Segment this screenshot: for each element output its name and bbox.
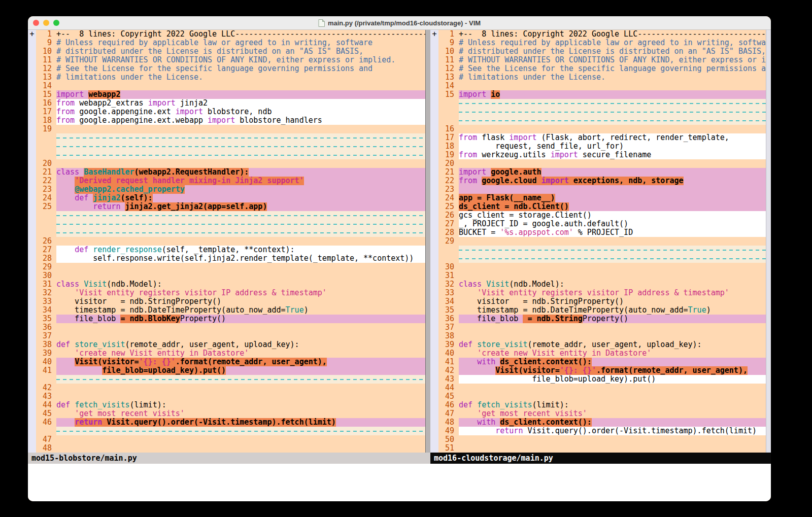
code-line[interactable]: 14 (438, 82, 766, 90)
diff-filler-line[interactable] (36, 220, 425, 228)
code-line[interactable]: 13# limitations under the License. (438, 73, 766, 82)
code-line[interactable]: 37 (36, 332, 425, 340)
code-line[interactable]: 33 visitor = ndb.StringProperty() (36, 297, 425, 306)
code-line[interactable]: 15import webapp2 (36, 90, 425, 99)
code-line[interactable]: 1+-- 8 lines: Copyright 2022 Google LLC-… (36, 30, 425, 39)
code-line[interactable]: 24app = Flask(__name__) (438, 194, 766, 202)
code-line[interactable]: 48 with ds_client.context(): (438, 418, 766, 427)
code-line[interactable]: 21import google.auth (438, 168, 766, 177)
code-line[interactable]: 39def store_visit(remote_addr, user_agen… (438, 340, 766, 349)
diff-filler-line[interactable] (36, 211, 425, 220)
code-line[interactable]: 50 (438, 435, 766, 444)
code-line[interactable]: 20 (36, 159, 425, 168)
code-line[interactable]: 45 'get most recent visits' (36, 409, 425, 418)
diff-filler-line[interactable] (36, 151, 425, 159)
code-line[interactable]: 23 @webapp2.cached_property (36, 185, 425, 194)
code-line[interactable]: 12# See the License for the specific lan… (36, 64, 425, 73)
code-line[interactable]: 47 (36, 435, 425, 444)
left-pane-scrollbar[interactable] (425, 30, 430, 453)
code-line[interactable]: 36 (36, 323, 425, 332)
code-line[interactable]: 16 (438, 125, 766, 133)
code-line[interactable]: 22 'Derived request handler mixing-in Ji… (36, 177, 425, 185)
code-line[interactable]: 31class Visit(ndb.Model): (36, 280, 425, 289)
code-line[interactable]: 27 def render_response(self, _template, … (36, 246, 425, 254)
code-line[interactable]: 17from flask import (Flask, abort, redir… (438, 133, 766, 142)
code-line[interactable]: 23 (438, 185, 766, 194)
code-line[interactable]: 19from werkzeug.utils import secure_file… (438, 151, 766, 159)
code-line[interactable]: 39 'create new Visit entity in Datastore… (36, 349, 425, 358)
code-line[interactable]: 20 (438, 159, 766, 168)
code-line[interactable]: 41 with ds_client.context(): (438, 358, 766, 366)
code-line[interactable]: 12# See the License for the specific lan… (438, 64, 766, 73)
code-line[interactable]: 49 return Visit.query().order(-Visit.tim… (438, 427, 766, 435)
code-line[interactable]: 33 'Visit entity registers visitor IP ad… (438, 289, 766, 297)
fold-column-left[interactable]: + (28, 30, 36, 453)
code-line[interactable]: 15import io (438, 90, 766, 99)
code-line[interactable]: 44def fetch_visits(limit): (36, 401, 425, 409)
code-line[interactable]: 22from google.cloud import exceptions, n… (438, 177, 766, 185)
code-line[interactable]: 9# Unless required by applicable law or … (438, 39, 766, 47)
code-line[interactable]: 31 (438, 271, 766, 280)
code-line[interactable]: 14 (36, 82, 425, 90)
diff-filler-line[interactable] (438, 99, 766, 108)
code-line[interactable]: 44 (438, 384, 766, 392)
code-line[interactable]: 10# distributed under the License is dis… (36, 47, 425, 56)
code-line[interactable]: 11# WITHOUT WARRANTIES OR CONDITIONS OF … (438, 56, 766, 64)
zoom-button[interactable] (53, 20, 59, 26)
code-line[interactable]: 16from webapp2_extras import jinja2 (36, 99, 425, 108)
code-line[interactable]: 35 file_blob = ndb.BlobKeyProperty() (36, 315, 425, 323)
code-line[interactable]: 46def fetch_visits(limit): (438, 401, 766, 409)
code-line[interactable]: 29 (438, 237, 766, 246)
code-line[interactable]: 27_, PROJECT_ID = google.auth.default() (438, 220, 766, 228)
code-line[interactable]: 41 file_blob=upload_key).put() (36, 366, 425, 375)
code-line[interactable]: 43 (36, 392, 425, 401)
fold-closed-marker[interactable]: + (29, 30, 34, 39)
code-line[interactable]: 43 file_blob=upload_key).put() (438, 375, 766, 384)
code-line[interactable]: 34 timestamp = ndb.DateTimeProperty(auto… (36, 306, 425, 315)
code-line[interactable]: 26 (36, 237, 425, 246)
code-line[interactable]: 35 timestamp = ndb.DateTimeProperty(auto… (438, 306, 766, 315)
diff-filler-line[interactable] (36, 133, 425, 142)
code-line[interactable]: 32class Visit(ndb.Model): (438, 280, 766, 289)
code-line[interactable]: 42 (36, 384, 425, 392)
code-line[interactable]: 11# WITHOUT WARRANTIES OR CONDITIONS OF … (36, 56, 425, 64)
code-line[interactable]: 47 'get most recent visits' (438, 409, 766, 418)
code-line[interactable]: 25 return jinja2.get_jinja2(app=self.app… (36, 202, 425, 211)
code-line[interactable]: 17from google.appengine.ext import blobs… (36, 108, 425, 116)
code-line[interactable]: 46 return Visit.query().order(-Visit.tim… (36, 418, 425, 427)
diff-filler-line[interactable] (36, 375, 425, 384)
fold-column-right[interactable]: + (430, 30, 438, 453)
code-line[interactable]: 30 (36, 271, 425, 280)
fold-closed-marker[interactable]: + (432, 30, 436, 39)
code-line[interactable]: 48 (36, 444, 425, 453)
code-line[interactable]: 28BUCKET = '%s.appspot.com' % PROJECT_ID (438, 228, 766, 237)
diff-filler-line[interactable] (36, 142, 425, 151)
code-line[interactable]: 18 request, send_file, url_for) (438, 142, 766, 151)
code-line[interactable]: 36 file_blob = ndb.StringProperty() (438, 315, 766, 323)
code-line[interactable]: 10# distributed under the License is dis… (438, 47, 766, 56)
code-line[interactable]: 51 (438, 444, 766, 453)
code-line[interactable]: 19 (36, 125, 425, 133)
code-line[interactable]: 30 (438, 263, 766, 271)
code-line[interactable]: 38 (438, 332, 766, 340)
code-line[interactable]: 24 def jinja2(self): (36, 194, 425, 202)
diff-filler-line[interactable] (438, 108, 766, 116)
code-line[interactable]: 40 Visit(visitor='{}: {}'.format(remote_… (36, 358, 425, 366)
diff-filler-line[interactable] (36, 427, 425, 435)
code-line[interactable]: 25ds_client = ndb.Client() (438, 202, 766, 211)
right-pane-scrollbar[interactable] (766, 30, 771, 453)
diff-filler-line[interactable] (438, 116, 766, 125)
code-line[interactable]: 21class BaseHandler(webapp2.RequestHandl… (36, 168, 425, 177)
code-line[interactable]: 40 'create new Visit entity in Datastore… (438, 349, 766, 358)
code-line[interactable]: 1+-- 8 lines: Copyright 2022 Google LLC-… (438, 30, 766, 39)
window-titlebar[interactable]: main.py (/private/tmp/mod16-cloudstorage… (28, 16, 771, 30)
code-line[interactable]: 38def store_visit(remote_addr, user_agen… (36, 340, 425, 349)
code-line[interactable]: 37 (438, 323, 766, 332)
code-line[interactable]: 28 self.response.write(self.jinja2.rende… (36, 254, 425, 263)
code-line[interactable]: 13# limitations under the License. (36, 73, 425, 82)
code-line[interactable]: 32 'Visit entity registers visitor IP ad… (36, 289, 425, 297)
code-line[interactable]: 29 (36, 263, 425, 271)
code-line[interactable]: 34 visitor = ndb.StringProperty() (438, 297, 766, 306)
diff-filler-line[interactable] (438, 246, 766, 254)
code-line[interactable]: 18from google.appengine.ext.webapp impor… (36, 116, 425, 125)
